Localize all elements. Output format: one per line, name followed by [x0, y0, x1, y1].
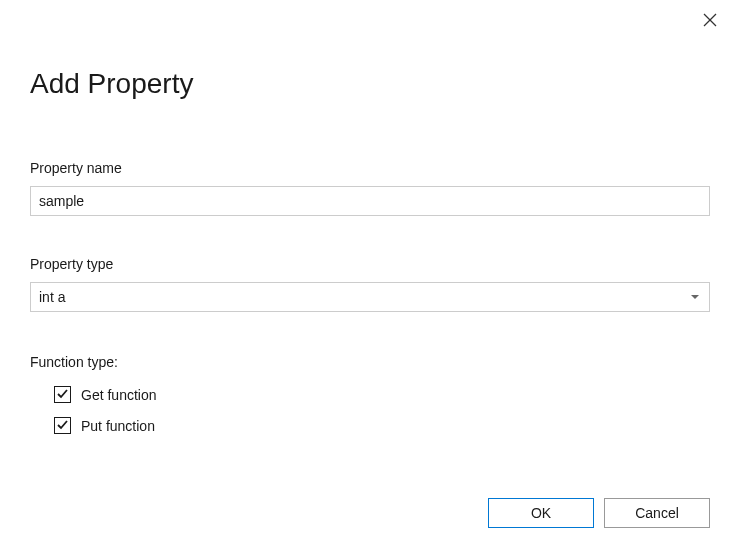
check-icon	[56, 386, 69, 404]
ok-button[interactable]: OK	[488, 498, 594, 528]
function-type-group: Function type: Get function Put funct	[30, 354, 710, 434]
property-type-value: int a	[39, 289, 65, 305]
close-button[interactable]	[702, 14, 718, 30]
put-function-checkbox[interactable]	[54, 417, 71, 434]
put-function-label[interactable]: Put function	[81, 418, 155, 434]
get-function-row: Get function	[30, 386, 710, 403]
get-function-label[interactable]: Get function	[81, 387, 157, 403]
get-function-checkbox[interactable]	[54, 386, 71, 403]
property-type-group: Property type int a	[30, 256, 710, 312]
put-function-row: Put function	[30, 417, 710, 434]
chevron-down-icon	[691, 295, 699, 299]
cancel-button[interactable]: Cancel	[604, 498, 710, 528]
function-type-label: Function type:	[30, 354, 710, 370]
button-row: OK Cancel	[488, 498, 710, 528]
property-type-dropdown[interactable]: int a	[30, 282, 710, 312]
check-icon	[56, 417, 69, 435]
dialog-title: Add Property	[30, 68, 710, 100]
property-name-label: Property name	[30, 160, 710, 176]
close-icon	[703, 13, 717, 31]
property-name-group: Property name	[30, 160, 710, 216]
property-type-label: Property type	[30, 256, 710, 272]
property-name-input[interactable]	[30, 186, 710, 216]
